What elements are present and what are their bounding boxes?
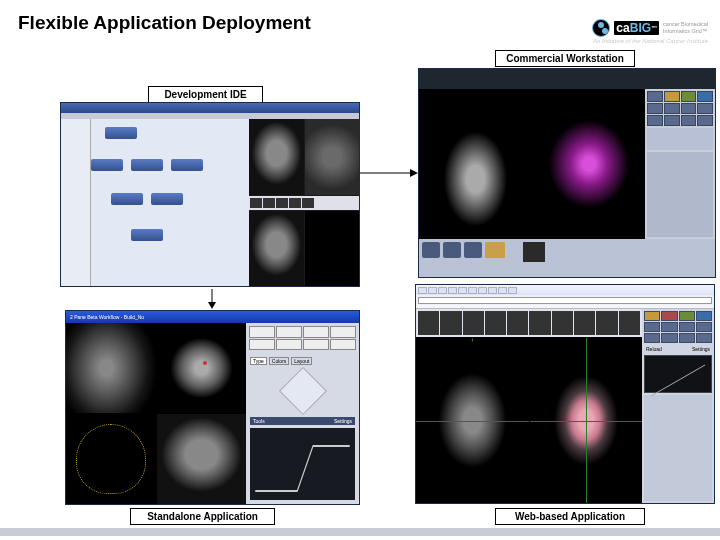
scan-view-axial-head — [157, 323, 247, 413]
label-development-ide: Development IDE — [148, 86, 263, 103]
scan-view-axial — [249, 211, 304, 287]
tool-palette — [647, 91, 713, 126]
scan-view-grey — [419, 89, 532, 239]
navigator-icon — [278, 367, 326, 415]
tab-row: Type Colors Layout — [250, 357, 355, 365]
tool-button — [464, 242, 482, 258]
screenshot-standalone-application: 2 Pane Beta Workflow - Build_No Type Col… — [65, 310, 360, 505]
curve-panel — [250, 428, 355, 500]
workflow-diagram-panel — [91, 119, 249, 286]
scan-preview-panel — [249, 119, 359, 286]
page-title: Flexible Application Deployment — [18, 12, 311, 34]
tool-sidebar: Type Colors Layout ToolsSettings — [246, 323, 359, 504]
scan-view-sagittal — [305, 119, 360, 195]
panel-labels: ReloadSettings — [644, 345, 712, 353]
label-standalone-application: Standalone Application — [130, 508, 275, 525]
app-menubar — [419, 69, 715, 89]
main-viewport-grid — [66, 323, 246, 504]
scan-view-coronal — [249, 119, 304, 195]
scan-view-blank — [305, 211, 360, 287]
window-titlebar: 2 Pane Beta Workflow - Build_No — [66, 311, 359, 323]
logo-tagline: An Initiative of the National Cancer Ins… — [570, 38, 720, 44]
project-tree-panel — [61, 119, 91, 286]
arrow-right — [360, 165, 420, 185]
scan-view-contour — [66, 414, 156, 504]
thumbnail — [523, 242, 545, 262]
browser-addressbar-row — [416, 295, 714, 305]
logo-icon — [592, 19, 610, 37]
thumbnail-grid — [246, 323, 359, 353]
logo-text-small: ca — [616, 21, 629, 35]
thumbnail-row — [416, 309, 642, 337]
tool-sidebar: ReloadSettings — [642, 309, 714, 503]
browser-toolbar — [416, 285, 714, 295]
address-bar — [418, 297, 712, 304]
logo-subtext: cancer BiomedicalInformatics Grid™ — [663, 21, 708, 33]
screenshot-web-application: ReloadSettings — [415, 284, 715, 504]
screenshot-commercial-workstation — [418, 68, 716, 278]
folder-icon — [485, 242, 505, 258]
tool-button — [443, 242, 461, 258]
tool-button — [422, 242, 440, 258]
tool-palette — [644, 311, 712, 343]
curve-panel — [644, 355, 712, 393]
main-viewport — [419, 89, 645, 239]
scan-view-3d-skull — [530, 338, 643, 503]
label-commercial-workstation: Commercial Workstation — [495, 50, 635, 67]
window-title: 2 Pane Beta Workflow - Build_No — [70, 314, 144, 320]
logo-text-big: BIG — [630, 21, 651, 35]
browser-chrome — [416, 285, 714, 309]
main-viewport — [416, 309, 642, 503]
tool-sidebar — [645, 89, 715, 239]
svg-marker-1 — [410, 169, 418, 177]
thumbnail-row — [249, 196, 359, 210]
bottom-panel — [419, 239, 715, 278]
scan-view-sagittal-neck — [66, 323, 156, 413]
window-titlebar — [61, 103, 359, 113]
scan-view-axial-crosshair — [416, 338, 529, 503]
svg-marker-3 — [208, 302, 216, 309]
screenshot-development-ide — [60, 102, 360, 287]
label-web-application: Web-based Application — [495, 508, 645, 525]
scan-view-color-3d — [533, 89, 646, 239]
panel-header: ToolsSettings — [250, 417, 355, 425]
scan-view-coronal-skull — [157, 414, 247, 504]
footer-stripe — [0, 528, 720, 536]
